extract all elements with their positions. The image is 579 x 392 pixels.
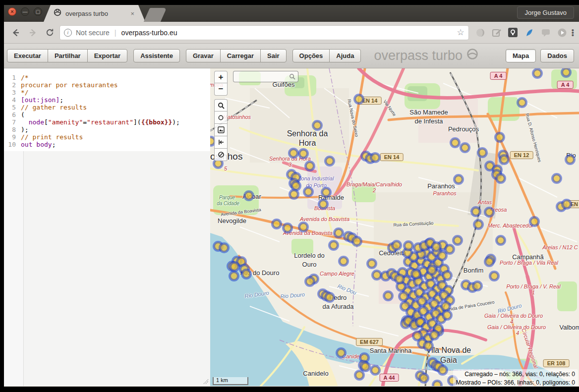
wizard-button[interactable]: Assistente bbox=[133, 49, 180, 62]
poi-marker[interactable] bbox=[400, 292, 408, 301]
code-line[interactable]: 4[out:json]; bbox=[4, 96, 210, 104]
data-view-button[interactable]: Dados bbox=[540, 49, 574, 62]
poi-marker[interactable] bbox=[220, 244, 229, 252]
code-line[interactable]: 3*/ bbox=[4, 89, 210, 96]
poi-marker[interactable] bbox=[319, 200, 328, 209]
code-line[interactable]: 1/* bbox=[4, 74, 210, 81]
poi-marker[interactable] bbox=[313, 121, 322, 130]
play-icon[interactable] bbox=[557, 27, 568, 38]
poi-marker[interactable] bbox=[373, 271, 381, 280]
code-line[interactable]: 2procurar por restaurantes bbox=[4, 81, 210, 89]
map-search-input[interactable] bbox=[233, 71, 298, 82]
poi-marker[interactable] bbox=[472, 208, 480, 216]
back-icon[interactable] bbox=[9, 26, 23, 40]
poi-marker[interactable] bbox=[430, 331, 439, 339]
poi-marker[interactable] bbox=[304, 188, 313, 196]
window-close-button[interactable]: × bbox=[8, 7, 16, 16]
poi-marker[interactable] bbox=[497, 236, 505, 245]
code-line[interactable]: 9// print results bbox=[4, 133, 210, 141]
tab-close-icon[interactable]: × bbox=[130, 10, 134, 17]
poi-marker[interactable] bbox=[485, 208, 494, 217]
poi-marker[interactable] bbox=[330, 241, 338, 250]
info-icon[interactable]: i bbox=[64, 29, 72, 37]
code-line[interactable]: 10out body; bbox=[4, 141, 210, 148]
editor-resize-handle[interactable] bbox=[203, 379, 208, 384]
export-button[interactable]: Exportar bbox=[87, 49, 127, 62]
poi-marker[interactable] bbox=[355, 95, 363, 104]
image-export-button[interactable] bbox=[214, 124, 228, 136]
poi-marker[interactable] bbox=[553, 174, 561, 183]
poi-marker[interactable] bbox=[231, 263, 239, 271]
bookmark-star-icon[interactable]: ☆ bbox=[457, 27, 464, 38]
poi-marker[interactable] bbox=[340, 257, 348, 266]
window-minimize-button[interactable]: — bbox=[21, 7, 29, 16]
poi-marker[interactable] bbox=[412, 270, 420, 279]
chat-icon[interactable] bbox=[540, 27, 551, 38]
poi-marker[interactable] bbox=[242, 270, 251, 279]
poi-marker[interactable] bbox=[439, 366, 447, 375]
poi-marker[interactable] bbox=[451, 139, 460, 147]
poi-marker[interactable] bbox=[473, 282, 482, 290]
forward-icon[interactable] bbox=[26, 26, 40, 40]
query-editor[interactable]: 1/*2procurar por restaurantes3*/4[out:js… bbox=[4, 68, 210, 386]
poi-marker[interactable] bbox=[405, 242, 413, 250]
zoom-in-button[interactable]: + bbox=[214, 71, 228, 83]
poi-marker[interactable] bbox=[461, 144, 469, 152]
poi-marker[interactable] bbox=[420, 374, 428, 383]
zoom-out-button[interactable]: − bbox=[214, 83, 228, 96]
poi-marker[interactable] bbox=[299, 150, 308, 158]
share-button[interactable]: Partilhar bbox=[48, 49, 88, 62]
orb-icon[interactable] bbox=[475, 27, 486, 38]
poi-marker[interactable] bbox=[245, 192, 253, 200]
poi-marker[interactable] bbox=[353, 237, 361, 246]
poi-marker[interactable] bbox=[290, 190, 298, 199]
window-maximize-button[interactable]: ▢ bbox=[34, 7, 42, 16]
help-button[interactable]: Ajuda bbox=[329, 49, 361, 62]
map-canvas[interactable]: GuifõesSão Mamedede InfestaPedrouçosSenh… bbox=[210, 68, 579, 386]
poi-marker[interactable] bbox=[355, 371, 364, 380]
editor-code[interactable]: 1/*2procurar por restaurantes3*/4[out:js… bbox=[4, 68, 210, 151]
poi-marker[interactable] bbox=[474, 221, 483, 229]
code-line[interactable]: 7 node["amenity"="restaurant"]({{bbox}})… bbox=[4, 118, 210, 126]
exit-button[interactable]: Sair bbox=[260, 49, 287, 62]
poi-marker[interactable] bbox=[335, 229, 343, 237]
poi-marker[interactable] bbox=[371, 366, 380, 375]
code-line[interactable]: 6( bbox=[4, 111, 210, 118]
map-search-button[interactable] bbox=[214, 99, 228, 112]
compose-icon[interactable] bbox=[491, 27, 502, 38]
lightbulb-badge-icon[interactable] bbox=[508, 27, 519, 38]
poi-marker[interactable] bbox=[428, 266, 436, 275]
run-button[interactable]: Executar bbox=[7, 49, 48, 62]
code-line[interactable]: 5// gather results bbox=[4, 104, 210, 111]
poi-marker[interactable] bbox=[284, 224, 292, 232]
locate-button[interactable] bbox=[214, 112, 228, 124]
poi-marker[interactable] bbox=[455, 175, 463, 184]
poi-marker[interactable] bbox=[562, 68, 571, 77]
poi-marker[interactable] bbox=[424, 342, 433, 350]
browser-tab[interactable]: overpass turbo × bbox=[44, 5, 145, 22]
poi-marker[interactable] bbox=[384, 292, 393, 300]
poi-marker[interactable] bbox=[292, 182, 300, 190]
poi-marker[interactable] bbox=[230, 272, 238, 280]
poi-marker[interactable] bbox=[299, 223, 308, 231]
poi-marker[interactable] bbox=[361, 363, 370, 371]
load-button[interactable]: Carregar bbox=[220, 49, 261, 62]
poi-marker[interactable] bbox=[322, 188, 331, 197]
collapse-panel-button[interactable] bbox=[214, 136, 228, 149]
poi-marker[interactable] bbox=[518, 99, 526, 107]
poi-marker[interactable] bbox=[478, 149, 487, 157]
poi-marker[interactable] bbox=[306, 162, 314, 170]
poi-marker[interactable] bbox=[530, 218, 539, 226]
poi-marker[interactable] bbox=[443, 272, 452, 280]
address-bar[interactable]: i Not secure | overpass-turbo.eu ☆ bbox=[59, 25, 469, 40]
map-view-button[interactable]: Mapa bbox=[506, 49, 536, 62]
save-button[interactable]: Gravar bbox=[186, 49, 221, 62]
poi-marker[interactable] bbox=[326, 293, 334, 302]
poi-marker[interactable] bbox=[393, 241, 401, 250]
poi-marker[interactable] bbox=[432, 243, 441, 251]
poi-marker[interactable] bbox=[273, 220, 281, 228]
profile-name[interactable]: Jorge Gustavo bbox=[517, 6, 574, 19]
poi-marker[interactable] bbox=[490, 272, 499, 280]
new-tab-button[interactable] bbox=[144, 8, 167, 22]
cancel-button[interactable] bbox=[214, 149, 228, 161]
